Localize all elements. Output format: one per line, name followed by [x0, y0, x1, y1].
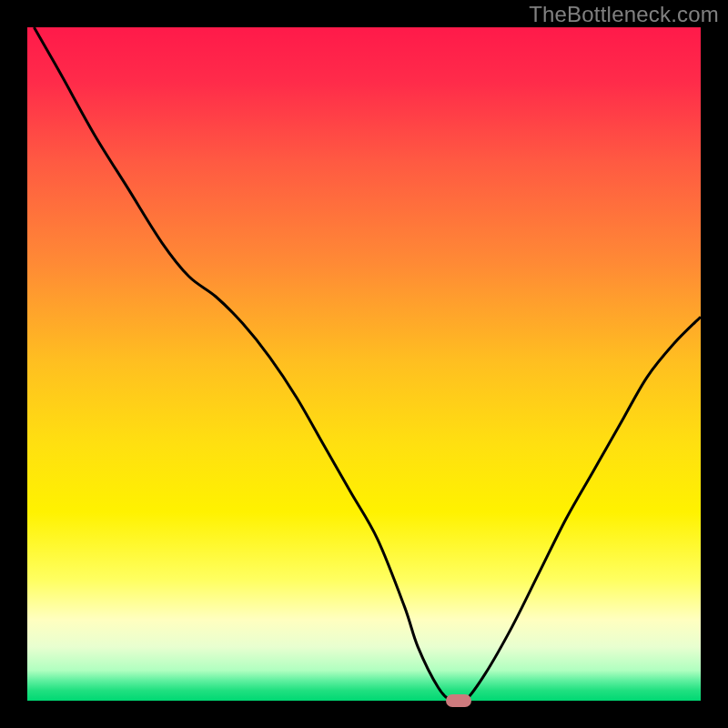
- bottleneck-curve: [34, 27, 701, 701]
- watermark-text: TheBottleneck.com: [529, 2, 719, 27]
- curve-svg: [27, 27, 701, 701]
- plot-area: [27, 27, 701, 701]
- chart-container: TheBottleneck.com: [0, 0, 728, 728]
- optimal-marker: [446, 694, 471, 707]
